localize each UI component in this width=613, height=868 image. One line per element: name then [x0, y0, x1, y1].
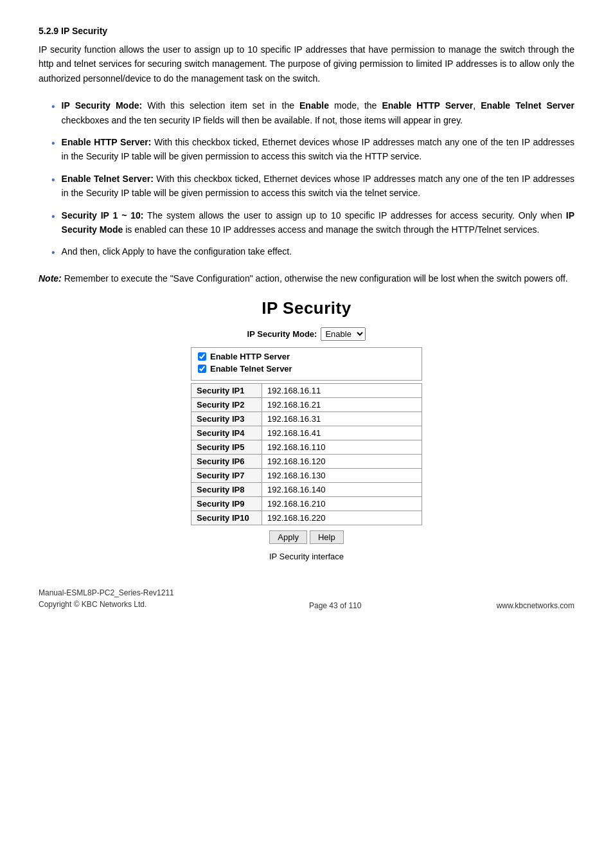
- security-ip-input-4[interactable]: [267, 428, 416, 438]
- checkbox-box: Enable HTTP Server Enable Telnet Server: [191, 347, 422, 381]
- security-ip-input-10[interactable]: [267, 513, 416, 523]
- bullet-item-apply-note: And then, click Apply to have the config…: [51, 244, 574, 261]
- footer-left: Manual-ESML8P-PC2_Series-Rev1211 Copyrig…: [39, 587, 174, 610]
- security-ip-cell-6[interactable]: [262, 455, 422, 469]
- note-text: Remember to execute the "Save Configurat…: [64, 273, 568, 284]
- note-label: Note:: [39, 273, 62, 284]
- security-ip-cell-10[interactable]: [262, 511, 422, 525]
- security-ip-input-1[interactable]: [267, 386, 416, 395]
- security-ip-cell-2[interactable]: [262, 398, 422, 412]
- security-ip-input-3[interactable]: [267, 414, 416, 424]
- security-ip-cell-9[interactable]: [262, 497, 422, 511]
- security-ip-cell-1[interactable]: [262, 384, 422, 398]
- security-ip-input-8[interactable]: [267, 485, 416, 494]
- security-ip-input-7[interactable]: [267, 471, 416, 480]
- enable-telnet-checkbox[interactable]: [198, 365, 206, 373]
- security-ip-cell-7[interactable]: [262, 469, 422, 483]
- bullet-list: IP Security Mode: With this selection it…: [51, 98, 574, 261]
- security-ip-label-4: Security IP4: [191, 426, 262, 440]
- security-ip-label-1: Security IP1: [191, 384, 262, 398]
- button-row: Apply Help: [269, 530, 343, 544]
- bullet-item-security-ip: Security IP 1 ~ 10: The system allows th…: [51, 208, 574, 237]
- security-ip-row-5: Security IP5: [191, 440, 422, 455]
- enable-telnet-label: Enable Telnet Server: [210, 364, 292, 374]
- security-ip-table: Security IP1Security IP2Security IP3Secu…: [191, 383, 422, 525]
- security-ip-label-2: Security IP2: [191, 398, 262, 412]
- security-ip-label-6: Security IP6: [191, 455, 262, 469]
- mode-label: IP Security Mode:: [247, 329, 317, 339]
- security-ip-row-1: Security IP1: [191, 384, 422, 398]
- footer-right: www.kbcnetworks.com: [497, 601, 574, 610]
- ip-security-panel: IP Security IP Security Mode: Enable Dis…: [191, 298, 422, 561]
- apply-button[interactable]: Apply: [269, 530, 307, 544]
- footer-copyright: Copyright © KBC Networks Ltd.: [39, 599, 174, 610]
- intro-paragraph: IP security function allows the user to …: [39, 42, 574, 86]
- footer-website: www.kbcnetworks.com: [497, 601, 574, 610]
- security-ip-label-5: Security IP5: [191, 440, 262, 455]
- security-ip-row-8: Security IP8: [191, 483, 422, 497]
- security-ip-cell-5[interactable]: [262, 440, 422, 455]
- security-ip-label-10: Security IP10: [191, 511, 262, 525]
- mode-row: IP Security Mode: Enable Disable: [247, 327, 366, 341]
- security-ip-label-7: Security IP7: [191, 469, 262, 483]
- help-button[interactable]: Help: [310, 530, 344, 544]
- security-ip-cell-4[interactable]: [262, 426, 422, 440]
- security-ip-row-9: Security IP9: [191, 497, 422, 511]
- security-ip-row-7: Security IP7: [191, 469, 422, 483]
- security-ip-label-8: Security IP8: [191, 483, 262, 497]
- enable-http-checkbox[interactable]: [198, 352, 206, 361]
- intro-text-content: IP security function allows the user to …: [39, 44, 574, 84]
- security-ip-input-5[interactable]: [267, 442, 416, 452]
- security-ip-row-6: Security IP6: [191, 455, 422, 469]
- security-ip-row-2: Security IP2: [191, 398, 422, 412]
- footer: Manual-ESML8P-PC2_Series-Rev1211 Copyrig…: [39, 587, 574, 610]
- bullet-item-enable-http: Enable HTTP Server: With this checkbox t…: [51, 135, 574, 164]
- panel-caption: IP Security interface: [269, 552, 344, 561]
- bullet-item-ip-security-mode: IP Security Mode: With this selection it…: [51, 98, 574, 127]
- panel-title: IP Security: [262, 298, 351, 318]
- security-ip-label-9: Security IP9: [191, 497, 262, 511]
- enable-telnet-row: Enable Telnet Server: [198, 364, 415, 374]
- bullet-item-enable-telnet: Enable Telnet Server: With this checkbox…: [51, 172, 574, 201]
- footer-page: Page 43 of 110: [309, 601, 361, 610]
- note-paragraph: Note: Remember to execute the "Save Conf…: [39, 271, 574, 285]
- security-ip-input-6[interactable]: [267, 457, 416, 466]
- enable-http-label: Enable HTTP Server: [210, 352, 290, 361]
- enable-http-row: Enable HTTP Server: [198, 352, 415, 361]
- security-ip-input-9[interactable]: [267, 499, 416, 509]
- security-ip-input-2[interactable]: [267, 400, 416, 410]
- heading-text: 5.2.9 IP Security: [39, 26, 107, 36]
- section-heading: 5.2.9 IP Security: [39, 26, 574, 36]
- ip-security-mode-select[interactable]: Enable Disable: [321, 327, 366, 341]
- security-ip-row-3: Security IP3: [191, 412, 422, 426]
- security-ip-cell-3[interactable]: [262, 412, 422, 426]
- security-ip-row-10: Security IP10: [191, 511, 422, 525]
- footer-center: Page 43 of 110: [309, 601, 361, 610]
- security-ip-label-3: Security IP3: [191, 412, 262, 426]
- security-ip-cell-8[interactable]: [262, 483, 422, 497]
- security-ip-row-4: Security IP4: [191, 426, 422, 440]
- footer-manual: Manual-ESML8P-PC2_Series-Rev1211: [39, 587, 174, 599]
